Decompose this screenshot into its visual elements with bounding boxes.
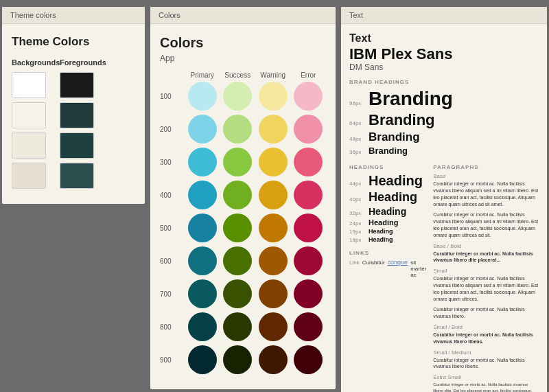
heading-32: 32px Heading	[349, 206, 426, 217]
color-row: 700	[160, 279, 326, 308]
bg-swatch	[12, 102, 46, 128]
color-row: 900	[160, 345, 326, 374]
colors-panel: Colors Colors App Primary Success Warnin…	[150, 7, 336, 389]
error-circle	[294, 214, 323, 242]
warning-circle	[259, 246, 288, 275]
links-label: LINKS	[349, 250, 426, 256]
success-circle	[223, 246, 252, 275]
bg-swatch	[12, 132, 46, 159]
link-congue[interactable]: congue	[388, 259, 408, 266]
color-row: 400	[160, 181, 326, 209]
brand-h1: 96px Branding	[349, 88, 539, 110]
color-row: 600	[160, 246, 326, 275]
bg-col-label: Backgrounds	[12, 58, 46, 67]
brand-headings-label: BRAND HEADINGS	[349, 79, 539, 85]
primary-circle	[188, 214, 217, 242]
color-row: 200	[160, 115, 326, 143]
color-row: 300	[160, 148, 326, 176]
brand-h3: 48px Branding	[349, 130, 539, 144]
warning-circle	[259, 214, 288, 242]
success-circle	[223, 82, 252, 111]
color-row: 500	[160, 214, 326, 242]
para-base-text2: Curabitur integer or morbi ac. Nulla fac…	[433, 211, 539, 238]
para-base-bold-text: Curabitur integer or morbi ac. Nulla fac…	[433, 251, 539, 264]
success-circle	[223, 279, 252, 308]
warning-circle	[259, 82, 288, 111]
primary-circle	[188, 82, 217, 111]
heading-19: 19px Heading	[349, 228, 426, 235]
color-row: 800	[160, 312, 326, 341]
error-circle	[294, 148, 323, 176]
swatch-row	[12, 102, 135, 128]
error-circle	[294, 246, 323, 275]
link-row: Link Curabitur congue sit marter ac	[349, 259, 426, 278]
success-circle	[223, 115, 252, 143]
fg-swatch	[60, 163, 94, 189]
para-extra-small-text: Curabitur integer or morbi ac. Nulla fac…	[433, 382, 539, 392]
para-extra-small-label: Extra Small	[433, 374, 539, 380]
warning-circle	[259, 115, 288, 143]
bg-swatch	[12, 163, 46, 189]
fg-swatch	[60, 132, 94, 159]
color-rows: 100200300400500600700800900	[160, 82, 326, 374]
panel2-header: Colors	[150, 7, 336, 24]
text-panel-title: Text	[349, 32, 539, 45]
error-circle	[294, 345, 323, 374]
swatch-rows	[12, 72, 135, 189]
primary-circle	[188, 345, 217, 374]
warning-circle	[259, 279, 288, 308]
font-main-name: IBM Plex Sans	[349, 46, 539, 62]
paragraphs-col: PARAGRAPHS Base Curabitur integer or mor…	[433, 159, 539, 392]
theme-colors-panel: Theme colors Theme Colors Backgrounds Fo…	[2, 7, 145, 204]
col-primary: Primary	[185, 71, 220, 79]
color-row: 100	[160, 82, 326, 111]
para-small-bold-text: Curabitur integer or morbi ac. Nulla fac…	[433, 332, 539, 345]
error-circle	[294, 115, 323, 143]
primary-circle	[188, 181, 217, 209]
warning-circle	[259, 312, 288, 341]
swatch-row	[12, 163, 135, 189]
paragraphs-label: PARAGRAPHS	[433, 164, 539, 170]
para-base-text: Curabitur integer or morbi ac. Nulla fac…	[433, 181, 539, 207]
headings-col: HEADINGS 44px Heading 40px Heading 32px …	[349, 159, 426, 392]
warning-circle	[259, 345, 288, 374]
colors-subtitle: App	[160, 54, 326, 63]
heading-40: 40px Heading	[349, 190, 426, 205]
fg-swatch	[60, 72, 94, 98]
color-grid-header: Primary Success Warning Error	[160, 71, 326, 79]
colors-title: Colors	[160, 35, 326, 51]
para-small-label: Small	[433, 268, 539, 274]
swatch-row	[12, 132, 135, 159]
success-circle	[223, 345, 252, 374]
brand-h4: 36px Branding	[349, 146, 539, 156]
col-error: Error	[291, 71, 327, 79]
text-panel: Text Text IBM Plex Sans DM Sans BRAND HE…	[341, 7, 547, 392]
para-base-label: Base	[433, 173, 539, 179]
primary-circle	[188, 148, 217, 176]
bg-swatch	[12, 72, 46, 98]
success-circle	[223, 312, 252, 341]
panel1-header: Theme colors	[2, 7, 145, 24]
font-sub-name: DM Sans	[349, 62, 539, 72]
fg-swatch	[60, 102, 94, 128]
primary-circle	[188, 115, 217, 143]
para-small-text: Curabitur integer or morbi ac. Nulla fac…	[433, 275, 539, 302]
primary-circle	[188, 246, 217, 275]
para-base-bold-label: Base / Bold	[433, 243, 539, 249]
heading-18: 18px Heading	[349, 236, 426, 243]
warning-circle	[259, 148, 288, 176]
success-circle	[223, 214, 252, 242]
success-circle	[223, 181, 252, 209]
para-small-medium-text: Curabitur integer or morbi ac. Nulla fac…	[433, 357, 539, 371]
success-circle	[223, 148, 252, 176]
error-circle	[294, 312, 323, 341]
primary-circle	[188, 279, 217, 308]
para-small-text2: Curabitur integer or morbi ac. Nulla fac…	[433, 306, 539, 320]
heading-44: 44px Heading	[349, 173, 426, 189]
error-circle	[294, 181, 323, 209]
panel3-header: Text	[341, 7, 547, 24]
error-circle	[294, 82, 323, 111]
headings-paras-section: HEADINGS 44px Heading 40px Heading 32px …	[349, 159, 539, 392]
error-circle	[294, 279, 323, 308]
warning-circle	[259, 181, 288, 209]
